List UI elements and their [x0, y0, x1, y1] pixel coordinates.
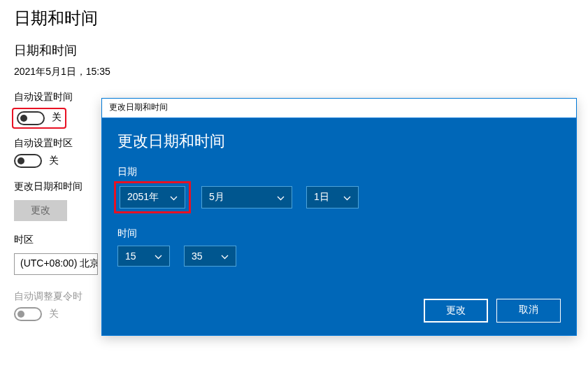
- chevron-down-icon: [343, 192, 351, 203]
- highlight-year: 2051年: [114, 181, 191, 213]
- hour-value: 15: [125, 250, 136, 262]
- auto-dst-toggle: [14, 307, 42, 321]
- date-label: 日期: [117, 166, 561, 178]
- auto-tz-toggle[interactable]: [14, 154, 42, 168]
- change-datetime-dialog: 更改日期和时间 更改日期和时间 日期 2051年 5月 1日 时间 15: [101, 98, 577, 336]
- auto-time-state: 关: [52, 111, 62, 125]
- auto-tz-state: 关: [49, 155, 59, 167]
- time-label: 时间: [117, 227, 561, 240]
- auto-dst-state: 关: [49, 308, 59, 320]
- section-title: 日期和时间: [0, 42, 588, 66]
- auto-time-toggle[interactable]: [17, 111, 45, 125]
- chevron-down-icon: [170, 192, 178, 203]
- dialog-titlebar: 更改日期和时间: [102, 99, 576, 118]
- chevron-down-icon: [155, 250, 162, 262]
- confirm-button[interactable]: 更改: [424, 299, 488, 323]
- month-value: 5月: [209, 191, 224, 204]
- minute-value: 35: [192, 250, 203, 262]
- timezone-select[interactable]: (UTC+08:00) 北京: [14, 253, 98, 275]
- hour-select[interactable]: 15: [117, 246, 170, 267]
- current-datetime: 2021年5月1日，15:35: [0, 66, 588, 91]
- page-title: 日期和时间: [0, 0, 588, 42]
- chevron-down-icon: [277, 192, 285, 203]
- year-select[interactable]: 2051年: [120, 186, 185, 208]
- day-value: 1日: [314, 191, 329, 204]
- minute-select[interactable]: 35: [184, 246, 236, 267]
- dialog-heading: 更改日期和时间: [117, 131, 561, 152]
- highlight-auto-time: 关: [12, 108, 66, 129]
- cancel-button[interactable]: 取消: [496, 299, 561, 323]
- chevron-down-icon: [221, 250, 229, 262]
- month-select[interactable]: 5月: [201, 186, 292, 208]
- day-select[interactable]: 1日: [306, 186, 359, 208]
- change-button[interactable]: 更改: [14, 200, 67, 221]
- year-value: 2051年: [127, 191, 159, 204]
